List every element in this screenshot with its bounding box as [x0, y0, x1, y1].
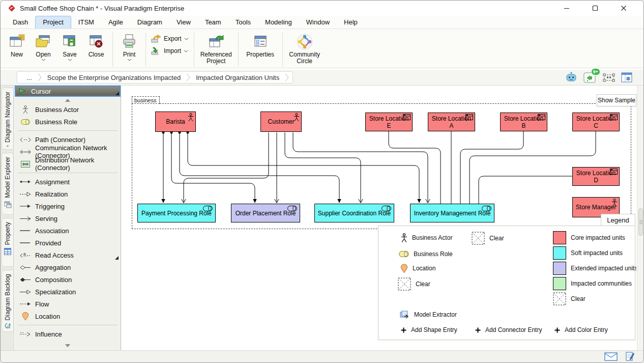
palette-item-read-access[interactable]: R Read Access — [15, 249, 121, 261]
legend-title[interactable]: Legend — [601, 214, 635, 226]
palette-item-flow[interactable]: Flow — [15, 298, 121, 310]
palette-item-distribution-network[interactable]: Distribution Network (Connector) — [15, 158, 121, 170]
maximize-button[interactable] — [588, 3, 603, 14]
close-project-button[interactable]: Close — [83, 32, 109, 58]
export-dropdown-icon[interactable] — [184, 38, 189, 40]
diagram-canvas[interactable]: business — [122, 86, 636, 350]
new-button[interactable]: New — [4, 32, 30, 58]
connector-barista-inventory[interactable] — [188, 132, 419, 203]
legend-color-extended[interactable]: Extended impacted units — [553, 262, 636, 275]
node-store-location-b[interactable]: Store Location B — [500, 113, 547, 131]
menu-window[interactable]: Window — [299, 16, 337, 29]
node-store-location-e[interactable]: Store Location E — [365, 113, 413, 131]
menu-modeling[interactable]: Modeling — [258, 16, 299, 29]
menu-tools[interactable]: Tools — [228, 16, 258, 29]
palette-scroll-down[interactable] — [15, 342, 121, 349]
open-button[interactable]: Open — [30, 32, 56, 61]
legend-color-communities[interactable]: Impacted communities — [553, 277, 632, 290]
scrollbar-thumb[interactable] — [638, 208, 643, 236]
node-order-placement-role[interactable]: Order Placement Role — [231, 204, 300, 222]
minimize-button[interactable] — [559, 3, 574, 14]
tab-model-explorer[interactable]: Model Explorer — [2, 153, 14, 215]
import-dropdown-icon[interactable] — [184, 50, 188, 52]
legend-color-soft[interactable]: Soft impacted units — [553, 246, 623, 260]
palette-collapse-up[interactable] — [15, 97, 121, 103]
menu-help[interactable]: Help — [337, 16, 365, 29]
tab-property[interactable]: Property — [2, 218, 14, 267]
breadcrumb-impacted-units[interactable]: Impacted Organization Units — [192, 74, 283, 81]
breadcrumb-ellipsis[interactable]: ... — [22, 74, 36, 81]
announcements-icon[interactable]: 9+ — [583, 71, 597, 83]
connector-customer-payment[interactable] — [184, 132, 269, 203]
menu-agile[interactable]: Agile — [101, 16, 130, 29]
node-inventory-management-role[interactable]: Inventory Management Role — [410, 204, 494, 222]
show-sample-button[interactable]: Show Sample — [597, 94, 636, 106]
palette-item-serving[interactable]: Serving — [15, 212, 121, 225]
palette-item-location[interactable]: Location — [15, 310, 121, 322]
menu-project[interactable]: Project — [35, 16, 71, 29]
diagram-overview-icon[interactable] — [621, 72, 632, 82]
connector-barista-order[interactable] — [171, 132, 255, 203]
palette-item-association[interactable]: Association — [15, 225, 121, 237]
canvas-vertical-scrollbar[interactable] — [637, 86, 643, 350]
node-payment-processing-role[interactable]: Payment Processing Role — [137, 204, 216, 222]
palette-item-influence[interactable]: Influence — [15, 328, 121, 340]
node-store-location-d[interactable]: Store Location D — [572, 167, 620, 186]
add-shape-entry-button[interactable]: Add Shape Entry — [401, 325, 457, 335]
palette-item-provided[interactable]: Provided — [15, 237, 121, 249]
legend-item-shape-clear[interactable]: Clear — [398, 277, 430, 291]
node-customer[interactable]: Customer — [260, 111, 302, 132]
export-button[interactable]: Export — [149, 34, 191, 44]
referenced-project-button[interactable]: Referenced Project — [197, 32, 235, 65]
connector-store-d-inventory[interactable] — [479, 176, 572, 204]
legend-item-location[interactable]: Location — [400, 262, 435, 275]
legend-model-extractor[interactable]: Model Extractor — [400, 309, 457, 320]
fit-selection-icon[interactable] — [603, 73, 615, 82]
connector-store-e-inventory[interactable] — [389, 131, 441, 204]
palette-item-business-role[interactable]: Business Role — [15, 116, 121, 128]
menu-team[interactable]: Team — [198, 16, 228, 29]
palette-item-aggregation[interactable]: Aggregation — [15, 261, 121, 273]
open-dropdown-icon[interactable] — [41, 59, 46, 61]
node-store-location-a[interactable]: Store Location A — [428, 113, 475, 131]
menu-itsm[interactable]: ITSM — [71, 16, 101, 29]
bot-assistant-icon[interactable] — [565, 72, 577, 83]
add-color-entry-button[interactable]: Add Color Entry — [554, 325, 608, 335]
menu-view[interactable]: View — [169, 16, 198, 29]
connector-barista-supplier[interactable] — [180, 132, 339, 203]
legend-item-connector-clear[interactable]: Clear — [472, 231, 504, 245]
tab-diagram-navigator[interactable]: Diagram Navigator — [2, 88, 14, 150]
palette-item-assignment[interactable]: Assignment — [15, 176, 121, 188]
properties-button[interactable]: Properties — [242, 32, 279, 58]
tool-palette: Cursor Business Actor — [15, 86, 121, 350]
add-connector-entry-button[interactable]: Add Connector Entry — [475, 325, 542, 335]
tab-diagram-backlog[interactable]: Diagram Backlog — [2, 270, 14, 332]
node-supplier-coordination-role[interactable]: Supplier Coordination Role — [314, 204, 394, 222]
print-button[interactable]: Print — [116, 32, 142, 61]
legend-item-business-actor[interactable]: Business Actor — [401, 231, 452, 244]
connector-customer-supplier[interactable] — [285, 132, 361, 203]
messages-icon[interactable] — [604, 352, 618, 361]
save-dropdown-icon[interactable] — [68, 59, 72, 61]
palette-item-triggering[interactable]: Triggering — [15, 200, 121, 212]
palette-cursor[interactable]: Cursor — [15, 86, 121, 97]
import-button[interactable]: Import — [149, 46, 191, 56]
legend-item-business-role[interactable]: Business Role — [399, 247, 453, 261]
menu-dash[interactable]: Dash — [6, 16, 35, 29]
save-button[interactable]: Save — [56, 32, 83, 61]
palette-item-specialization[interactable]: Specialization — [15, 286, 121, 298]
connector-store-b-inventory[interactable] — [460, 131, 523, 204]
palette-item-composition[interactable]: Composition — [15, 273, 121, 286]
community-circle-button[interactable]: Community Circle — [286, 32, 324, 65]
palette-item-realization[interactable]: Realization — [15, 188, 121, 200]
legend-color-clear[interactable]: Clear — [553, 292, 586, 305]
working-notes-icon[interactable] — [626, 352, 634, 361]
close-button[interactable] — [616, 3, 631, 14]
node-store-location-c[interactable]: Store Location C — [572, 113, 620, 131]
menu-diagram[interactable]: Diagram — [130, 16, 169, 29]
breadcrumb-scope[interactable]: Scope the Enterprise Organizations Impac… — [43, 74, 185, 81]
legend-color-core[interactable]: Core impacted units — [553, 231, 625, 244]
palette-item-business-actor[interactable]: Business Actor — [15, 103, 121, 116]
print-dropdown-icon[interactable] — [127, 59, 132, 61]
node-barista[interactable]: Barista — [155, 111, 196, 132]
